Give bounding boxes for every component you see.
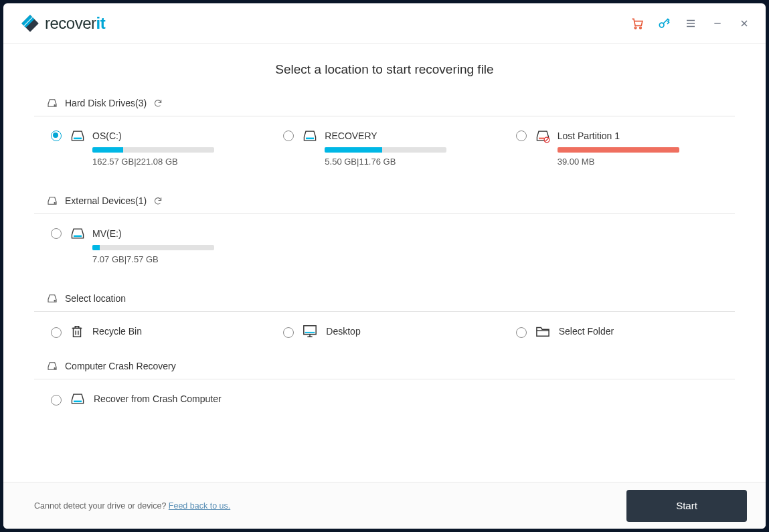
location-item[interactable]: Recycle Bin	[51, 324, 270, 339]
section-crash-header: Computer Crash Recovery	[34, 357, 735, 379]
logo-text-accent: it	[96, 14, 106, 32]
svg-point-3	[634, 27, 636, 28]
svg-rect-19	[74, 236, 82, 238]
drive-usage: 7.07 GB|7.57 GB	[92, 254, 214, 264]
usage-bar	[325, 147, 446, 153]
usage-bar	[92, 245, 214, 250]
usage-bar	[558, 147, 679, 153]
drive-icon	[70, 128, 86, 143]
drive-usage: 162.57 GB|221.08 GB	[92, 157, 214, 167]
drive-group-icon	[46, 292, 58, 304]
location-item[interactable]: Desktop	[283, 324, 502, 339]
svg-point-20	[54, 300, 56, 302]
location-item[interactable]: Select Folder	[516, 324, 735, 339]
cart-icon[interactable]	[630, 17, 644, 30]
location-radio[interactable]	[51, 395, 62, 406]
drive-name: MV(E:)	[92, 226, 214, 241]
drive-icon	[70, 391, 86, 406]
section-loc: Select location Recycle BinDesktopSelect…	[34, 290, 735, 345]
drive-item[interactable]: OS(C:)162.57 GB|221.08 GB	[51, 128, 270, 167]
location-name: Recycle Bin	[92, 326, 142, 337]
start-button[interactable]: Start	[626, 490, 747, 522]
location-radio[interactable]	[516, 327, 527, 338]
section-crash-title: Computer Crash Recovery	[65, 361, 176, 371]
location-item[interactable]: Recover from Crash Computer	[51, 391, 270, 406]
drive-name: RECOVERY	[325, 128, 446, 143]
drive-usage: 5.50 GB|11.76 GB	[325, 157, 446, 167]
footer-text: Cannot detect your drive or device? Feed…	[34, 501, 230, 511]
svg-point-4	[640, 27, 642, 28]
svg-point-29	[54, 368, 56, 369]
minimize-button[interactable]	[711, 17, 724, 30]
drive-name: Lost Partition 1	[558, 128, 679, 143]
svg-point-5	[659, 23, 664, 27]
refresh-icon[interactable]	[153, 196, 163, 205]
page-title: Select a location to start recovering fi…	[34, 62, 735, 77]
section-crash: Computer Crash Recovery Recover from Cra…	[34, 357, 735, 413]
location-name: Recover from Crash Computer	[94, 393, 222, 404]
section-hdd-title: Hard Disk Drives(3)	[65, 98, 147, 108]
app-logo: recoverit	[21, 14, 105, 33]
main-content: Select a location to start recovering fi…	[3, 43, 766, 482]
section-hdd-header: Hard Disk Drives(3)	[34, 94, 735, 116]
drive-item[interactable]: MV(E:)7.07 GB|7.57 GB	[51, 226, 270, 264]
drive-radio[interactable]	[283, 130, 294, 141]
drive-radio[interactable]	[51, 228, 62, 239]
folder-icon	[535, 325, 551, 338]
section-loc-title: Select location	[65, 293, 126, 304]
svg-rect-21	[74, 328, 81, 337]
section-hdd: Hard Disk Drives(3) OS(C:)162.57 GB|221.…	[34, 94, 735, 180]
section-ext-header: External Devices(1)	[34, 192, 735, 214]
close-button[interactable]	[738, 17, 751, 30]
logo-icon	[21, 14, 39, 33]
title-actions	[630, 17, 751, 30]
drive-group-icon	[46, 360, 58, 372]
location-name: Desktop	[326, 326, 360, 337]
app-window: recoverit Select a location to start rec…	[3, 3, 766, 529]
footer: Cannot detect your drive or device? Feed…	[3, 482, 766, 529]
logo-text: recoverit	[45, 14, 105, 33]
drive-radio[interactable]	[51, 130, 62, 141]
logo-text-main: recover	[45, 14, 96, 32]
usage-bar	[92, 147, 214, 153]
section-loc-header: Select location	[34, 290, 735, 312]
drive-radio[interactable]	[516, 130, 527, 141]
section-ext-title: External Devices(1)	[65, 195, 147, 206]
drive-group-icon	[46, 195, 58, 207]
drive-icon	[70, 226, 86, 241]
drive-icon	[535, 128, 551, 143]
menu-icon[interactable]	[684, 17, 697, 30]
location-radio[interactable]	[283, 327, 294, 338]
drive-group-icon	[46, 97, 58, 109]
svg-point-12	[54, 105, 56, 106]
svg-rect-15	[539, 138, 545, 140]
desktop-icon	[302, 324, 318, 339]
drive-icon	[302, 128, 318, 143]
drive-item[interactable]: RECOVERY5.50 GB|11.76 GB	[283, 128, 502, 167]
svg-rect-30	[74, 401, 82, 403]
drive-name: OS(C:)	[92, 128, 214, 143]
svg-rect-13	[74, 138, 82, 140]
svg-rect-25	[305, 332, 315, 333]
refresh-icon[interactable]	[153, 98, 163, 108]
feedback-link[interactable]: Feed back to us.	[169, 501, 230, 511]
svg-rect-14	[306, 138, 314, 140]
svg-point-18	[54, 203, 56, 204]
location-name: Select Folder	[559, 326, 614, 337]
key-icon[interactable]	[657, 17, 671, 30]
footer-msg: Cannot detect your drive or device?	[34, 501, 169, 511]
recycle-bin-icon	[70, 324, 84, 339]
drive-item[interactable]: Lost Partition 139.00 MB	[516, 128, 735, 167]
drive-usage: 39.00 MB	[558, 157, 679, 167]
location-radio[interactable]	[51, 327, 62, 338]
titlebar: recoverit	[3, 3, 766, 43]
section-ext: External Devices(1) MV(E:)7.07 GB|7.57 G…	[34, 192, 735, 278]
